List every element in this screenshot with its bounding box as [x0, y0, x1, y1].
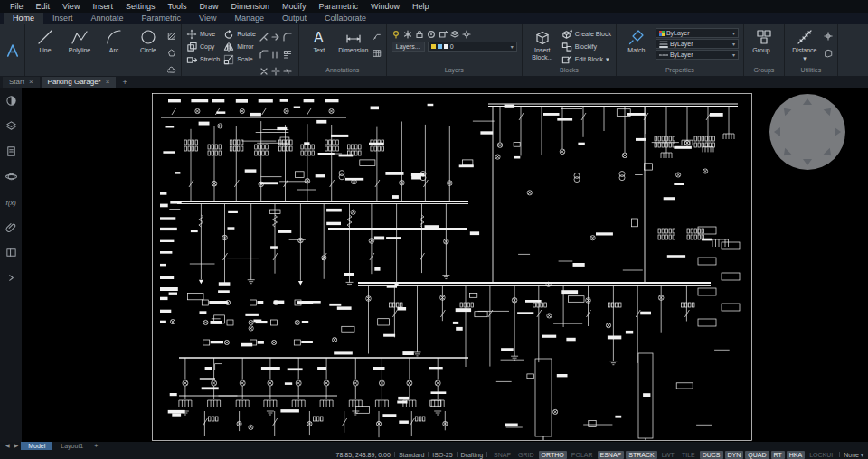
- dimension-tool[interactable]: Dimension: [338, 28, 369, 54]
- ribbon-tab-insert[interactable]: Insert: [43, 13, 82, 24]
- fields-fx-icon[interactable]: f(x): [5, 195, 17, 211]
- tab-parking-garage[interactable]: Parking Garage* ×: [42, 77, 117, 88]
- app-logo-button[interactable]: [0, 24, 25, 76]
- hatch-tool[interactable]: [167, 28, 176, 44]
- panel-label-utilities[interactable]: Utilities: [785, 66, 837, 76]
- toggle-rt[interactable]: RT: [771, 451, 785, 459]
- distance-tool[interactable]: Distance ▾: [789, 28, 820, 62]
- layer-states-icon[interactable]: [450, 30, 459, 39]
- dimension-style-field[interactable]: ISO-25: [432, 452, 452, 458]
- expand-icon[interactable]: [5, 271, 17, 287]
- drawing-area[interactable]: [22, 88, 868, 442]
- orbit-icon[interactable]: [5, 170, 17, 186]
- close-icon[interactable]: ×: [29, 79, 33, 86]
- ribbon-tab-collaborate[interactable]: Collaborate: [316, 13, 375, 24]
- panel-label-layers[interactable]: Layers: [387, 66, 522, 76]
- edit-block-tool[interactable]: Edit Block ▾: [561, 53, 611, 65]
- menu-item-draw[interactable]: Draw: [193, 0, 224, 13]
- menu-item-edit[interactable]: Edit: [30, 0, 57, 13]
- menu-item-help[interactable]: Help: [406, 0, 436, 13]
- extend-tool[interactable]: [271, 29, 282, 45]
- insert-block-tool[interactable]: Insert Block...: [527, 28, 558, 61]
- visual-styles-icon[interactable]: [5, 94, 17, 110]
- menu-item-window[interactable]: Window: [364, 0, 406, 13]
- menu-item-file[interactable]: File: [4, 0, 30, 13]
- sheet-sets-icon[interactable]: [5, 145, 17, 161]
- toggle-dyn[interactable]: DYN: [725, 451, 744, 459]
- blockify-tool[interactable]: Blockify: [561, 41, 611, 52]
- toggle-esnap[interactable]: ESNAP: [598, 451, 625, 459]
- layer-on-icon[interactable]: [392, 30, 401, 39]
- next-layout-button[interactable]: ▶: [13, 442, 21, 450]
- layer-freeze-icon[interactable]: [403, 30, 412, 39]
- trim-tool[interactable]: [259, 29, 270, 45]
- toggle-polar[interactable]: POLAR: [569, 451, 596, 459]
- layer-lock-icon[interactable]: [415, 30, 424, 39]
- offset-tool[interactable]: [271, 46, 282, 62]
- tab-start[interactable]: Start ×: [3, 77, 40, 88]
- menu-item-insert[interactable]: Insert: [86, 0, 119, 13]
- move-tool[interactable]: Move: [186, 28, 220, 40]
- panels-icon[interactable]: [5, 246, 17, 262]
- array-tool[interactable]: [283, 46, 294, 62]
- toggle-ducs[interactable]: DUCS: [700, 451, 723, 459]
- ribbon-tab-view[interactable]: View: [190, 13, 225, 24]
- arc-tool[interactable]: Arc: [99, 28, 129, 54]
- menu-item-modify[interactable]: Modify: [276, 0, 313, 13]
- panel-label-properties[interactable]: Properties: [617, 66, 743, 76]
- leader-tool[interactable]: [373, 28, 382, 44]
- toggle-ortho[interactable]: ORTHO: [539, 451, 567, 459]
- annotation-scale-select[interactable]: None ▾: [844, 452, 863, 458]
- navigation-wheel[interactable]: [769, 94, 845, 170]
- toggle-tile[interactable]: TILE: [679, 451, 698, 459]
- group-tool[interactable]: Group...: [749, 28, 779, 54]
- mirror-tool[interactable]: Mirror: [223, 41, 256, 52]
- close-icon[interactable]: ×: [106, 79, 110, 86]
- stretch-tool[interactable]: Stretch: [186, 53, 220, 65]
- polyline-tool[interactable]: Polyline: [64, 28, 95, 54]
- layer-new-icon[interactable]: [439, 30, 448, 39]
- menu-item-parametric[interactable]: Parametric: [313, 0, 365, 13]
- layer-select[interactable]: 0 ▾: [428, 42, 517, 52]
- drawing-canvas[interactable]: [152, 93, 752, 441]
- ribbon-tab-home[interactable]: Home: [4, 13, 43, 24]
- area-tool[interactable]: [824, 45, 833, 61]
- layer-settings-icon[interactable]: [462, 30, 471, 39]
- ribbon-tab-parametric[interactable]: Parametric: [133, 13, 191, 24]
- layers-panel-icon[interactable]: [5, 119, 17, 136]
- color-select[interactable]: ByLayer ▾: [656, 28, 739, 38]
- id-point-tool[interactable]: [824, 28, 833, 44]
- polygon-tool[interactable]: [167, 45, 176, 61]
- toggle-hka[interactable]: HKA: [787, 451, 805, 459]
- table-tool[interactable]: [373, 45, 382, 61]
- toggle-lwt[interactable]: LWT: [659, 451, 677, 459]
- current-style-field[interactable]: Standard: [399, 452, 424, 458]
- layer-isolate-icon[interactable]: [427, 30, 436, 39]
- lineweight-select[interactable]: ByLayer ▾: [656, 39, 739, 49]
- menu-item-tools[interactable]: Tools: [161, 0, 193, 13]
- panel-label-blocks[interactable]: Blocks: [523, 66, 616, 76]
- tab-layout1[interactable]: Layout1: [53, 442, 90, 450]
- toggle-grid[interactable]: GRID: [515, 451, 537, 459]
- copy-tool[interactable]: Copy: [186, 41, 220, 52]
- ribbon-tab-annotate[interactable]: Annotate: [82, 13, 133, 24]
- scale-tool[interactable]: Scale: [223, 53, 256, 65]
- ribbon-tab-output[interactable]: Output: [273, 13, 316, 24]
- prev-layout-button[interactable]: ◀: [4, 442, 12, 450]
- new-document-button[interactable]: +: [118, 77, 131, 88]
- line-tool[interactable]: Line: [30, 28, 61, 54]
- chamfer-tool[interactable]: [259, 46, 270, 62]
- toggle-lockui[interactable]: LOCKUI: [807, 451, 835, 459]
- toggle-snap[interactable]: SNAP: [491, 451, 514, 459]
- menu-item-view[interactable]: View: [56, 0, 86, 13]
- circle-tool[interactable]: Circle: [133, 28, 164, 54]
- fillet-tool[interactable]: [283, 29, 294, 45]
- menu-item-settings[interactable]: Settings: [119, 0, 162, 13]
- create-block-tool[interactable]: Create Block: [561, 28, 611, 40]
- match-properties-tool[interactable]: Match: [621, 28, 652, 54]
- text-tool[interactable]: A Text: [304, 28, 335, 54]
- linetype-select[interactable]: ByLayer ▾: [656, 50, 739, 60]
- layers-button[interactable]: Layers...: [392, 42, 425, 52]
- panel-label-groups[interactable]: Groups: [744, 66, 784, 76]
- menu-item-dimension[interactable]: Dimension: [224, 0, 276, 13]
